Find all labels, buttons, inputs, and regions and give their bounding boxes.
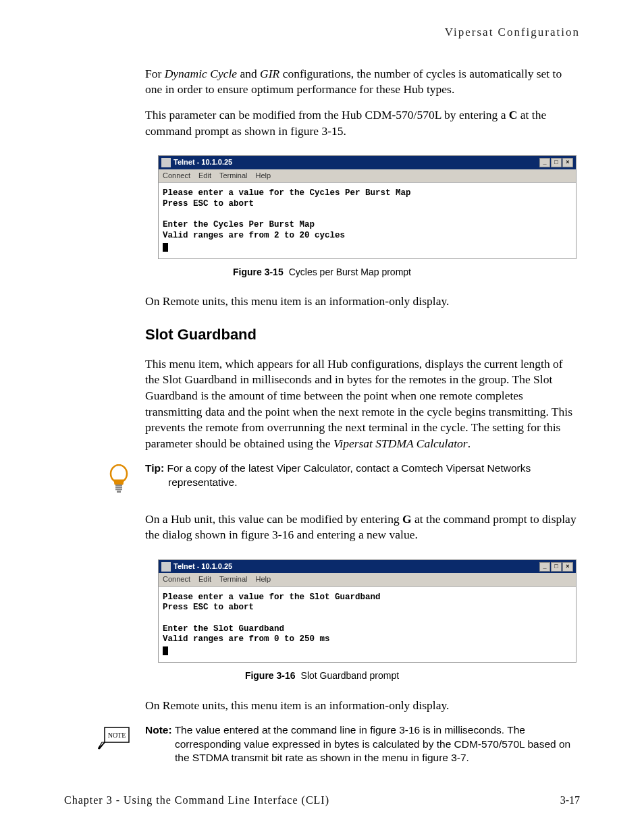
titlebar-left: Telnet - 10.1.0.25 — [161, 561, 232, 572]
note-label: Note: — [145, 724, 172, 736]
text-bold: G — [402, 512, 412, 526]
figure-text: Cycles per Burst Map prompt — [289, 267, 411, 277]
text-bold: C — [509, 108, 518, 121]
cursor-icon — [163, 243, 168, 252]
maximize-button[interactable]: □ — [551, 562, 562, 572]
cursor-icon — [163, 646, 168, 655]
window-title: Telnet - 10.1.0.25 — [173, 157, 232, 167]
tip-text: Tip: For a copy of the latest Viper Calc… — [145, 462, 580, 490]
paragraph-slot-guardband: This menu item, which appears for all Hu… — [145, 356, 580, 452]
tip-block: Tip: For a copy of the latest Viper Calc… — [64, 462, 580, 495]
close-button[interactable]: × — [562, 562, 573, 572]
figure-label: Figure 3-16 — [245, 670, 296, 681]
text: On a Hub unit, this value can be modifie… — [145, 512, 402, 526]
menu-edit[interactable]: Edit — [198, 171, 211, 180]
svg-rect-3 — [115, 489, 122, 490]
text-italic: Dynamic Cycle — [165, 67, 237, 80]
svg-marker-6 — [98, 742, 105, 749]
minimize-button[interactable]: _ — [539, 562, 550, 572]
svg-rect-1 — [115, 485, 122, 486]
window-title: Telnet - 10.1.0.25 — [173, 561, 232, 572]
menu-terminal[interactable]: Terminal — [219, 171, 248, 180]
note-body: The value entered at the command line in… — [172, 724, 571, 764]
terminal-body[interactable]: Please enter a value for the Cycles Per … — [159, 183, 576, 258]
figure-label: Figure 3-15 — [233, 267, 284, 277]
terminal-text: Please enter a value for the Cycles Per … — [163, 188, 411, 240]
text: This parameter can be modified from the … — [145, 108, 509, 121]
figure-caption-1: Figure 3-15Cycles per Burst Map prompt — [64, 266, 580, 279]
text: . — [468, 437, 471, 450]
paragraph-remote-info-2: On Remote units, this menu item is an in… — [145, 698, 580, 714]
close-button[interactable]: × — [562, 158, 573, 167]
tip-label: Tip: — [145, 462, 164, 474]
paragraph-modify-g: On a Hub unit, this value can be modifie… — [145, 512, 580, 543]
window-controls: _ □ × — [539, 158, 573, 167]
heading-slot-guardband: Slot Guardband — [145, 325, 580, 346]
svg-rect-2 — [115, 487, 122, 488]
menubar: ConnectEditTerminalHelp — [159, 573, 576, 586]
note-box-text: NOTE — [108, 732, 126, 739]
text-italic: GIR — [260, 67, 279, 80]
paragraph-modify-c: This parameter can be modified from the … — [145, 107, 580, 139]
note-icon: NOTE — [98, 726, 130, 750]
menu-edit[interactable]: Edit — [198, 575, 211, 583]
footer-chapter: Chapter 3 - Using the Command Line Inter… — [64, 793, 329, 808]
note-text: Note: The value entered at the command l… — [145, 723, 580, 766]
tip-icon-column — [64, 462, 145, 495]
titlebar: Telnet - 10.1.0.25 _ □ × — [159, 156, 576, 169]
minimize-button[interactable]: _ — [539, 158, 550, 167]
telnet-window-2: Telnet - 10.1.0.25 _ □ × ConnectEditTerm… — [158, 559, 576, 663]
note-icon-column: NOTE — [64, 723, 145, 750]
tip-body: For a copy of the latest Viper Calculato… — [164, 462, 531, 488]
telnet-icon — [161, 562, 171, 572]
paragraph-dynamic-cycle: For Dynamic Cycle and GIR configurations… — [145, 66, 580, 98]
menu-terminal[interactable]: Terminal — [219, 575, 248, 583]
menu-connect[interactable]: Connect — [163, 575, 190, 583]
menu-connect[interactable]: Connect — [163, 171, 190, 180]
text: and — [237, 67, 260, 80]
page-footer: Chapter 3 - Using the Command Line Inter… — [64, 793, 580, 808]
menu-help[interactable]: Help — [256, 575, 271, 583]
titlebar-left: Telnet - 10.1.0.25 — [161, 157, 232, 167]
figure-caption-2: Figure 3-16Slot Guardband prompt — [64, 669, 580, 683]
menu-help[interactable]: Help — [256, 171, 271, 180]
text-italic: Vipersat STDMA Calculator — [333, 437, 468, 450]
maximize-button[interactable]: □ — [551, 158, 562, 167]
telnet-window-1: Telnet - 10.1.0.25 _ □ × ConnectEditTerm… — [158, 155, 576, 259]
titlebar: Telnet - 10.1.0.25 _ □ × — [159, 560, 576, 573]
window-controls: _ □ × — [539, 562, 573, 572]
footer-page-number: 3-17 — [560, 793, 580, 808]
running-head: Vipersat Configuration — [64, 24, 580, 40]
svg-rect-4 — [117, 491, 121, 493]
lightbulb-icon — [107, 464, 130, 495]
terminal-body[interactable]: Please enter a value for the Slot Guardb… — [159, 587, 576, 663]
text: For — [145, 67, 165, 80]
telnet-icon — [161, 158, 171, 167]
note-block: NOTE Note: The value entered at the comm… — [64, 723, 580, 766]
menubar: ConnectEditTerminalHelp — [159, 169, 576, 183]
paragraph-remote-info-1: On Remote units, this menu item is an in… — [145, 294, 580, 310]
figure-text: Slot Guardband prompt — [301, 670, 400, 681]
terminal-text: Please enter a value for the Slot Guardb… — [163, 592, 381, 644]
